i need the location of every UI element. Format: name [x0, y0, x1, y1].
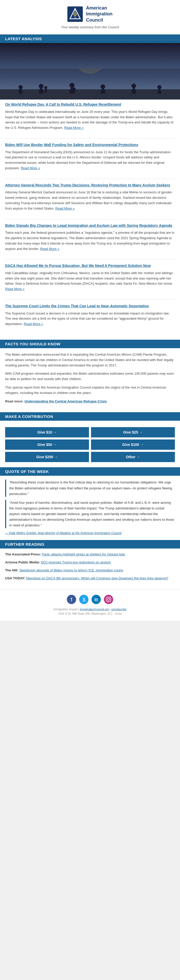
contribution-buttons-grid: Give $10 → Give $25 → Give $50 → Give $1…: [5, 427, 175, 462]
svg-rect-25: [101, 90, 102, 94]
article-item: Attorney General Rescinds Two Trump Deci…: [5, 183, 175, 214]
facts-header: FACTS YOU SHOULD KNOW: [0, 340, 180, 348]
svg-point-16: [44, 86, 47, 89]
facts-paragraph-2: With CAM program reinstated and expanded…: [5, 371, 175, 382]
further-item: USA TODAY: Mayorkas on DACA 9th annivers…: [5, 576, 175, 580]
footer-council-link[interactable]: ImmigrationCouncil.org: [80, 608, 109, 611]
give-250-button[interactable]: Give $250 →: [5, 452, 89, 462]
header-tagline: Your weekly summary from the Council: [61, 25, 119, 29]
give-10-button[interactable]: Give $10 →: [5, 427, 89, 438]
read-more-link[interactable]: Read More »: [55, 207, 75, 210]
svg-rect-15: [42, 90, 43, 94]
footer-text: Immigration Impact | ImmigrationCouncil.…: [5, 607, 175, 616]
give-other-button[interactable]: Other →: [91, 452, 175, 462]
articles-section: On World Refugee Day, A Call to Rebuild …: [0, 100, 180, 340]
article-title[interactable]: Biden Will Use Border Wall Funding for S…: [5, 142, 175, 148]
article-item: Biden Signals Big Changes to Legal Immig…: [5, 223, 175, 255]
read-more-link[interactable]: Read More »: [64, 126, 84, 130]
further-link[interactable]: Panic attacks highlight stress at shelte…: [42, 552, 125, 556]
further-link[interactable]: DOJ reverses Trump-era restrictions on a…: [41, 560, 111, 564]
quote-section: "Rescinding these cruel decisions is the…: [0, 476, 180, 540]
svg-rect-7: [0, 89, 180, 100]
article-body: Twice each year, the federal government …: [5, 230, 175, 251]
further-item: The Hill: Skepticism abounds of Biden mo…: [5, 568, 175, 572]
svg-rect-11: [21, 90, 22, 94]
svg-point-23: [100, 84, 105, 89]
svg-rect-10: [19, 90, 20, 94]
article-title[interactable]: Attorney General Rescinds Two Trump Deci…: [5, 183, 175, 188]
latest-analysis-header: LATEST ANALYSIS: [0, 35, 180, 43]
logo-text: American Immigration Council: [86, 5, 112, 23]
svg-point-12: [39, 84, 43, 89]
further-item: The Associated Press: Panic attacks high…: [5, 552, 175, 556]
svg-point-27: [131, 84, 136, 88]
further-item: Arizona Public Media: DOJ reverses Trump…: [5, 560, 175, 564]
svg-point-31: [158, 85, 161, 89]
article-title[interactable]: The Supreme Court Limits the Crimes That…: [5, 304, 175, 309]
svg-rect-22: [73, 88, 76, 91]
svg-rect-14: [39, 90, 41, 94]
article-title[interactable]: Biden Signals Big Changes to Legal Immig…: [5, 223, 175, 228]
instagram-icon[interactable]: [104, 595, 113, 604]
article-title[interactable]: On World Refugee Day, A Call to Rebuild …: [5, 102, 175, 107]
facts-paragraph-3: This special report from the American Im…: [5, 385, 175, 396]
further-reading-section: The Associated Press: Panic attacks high…: [0, 549, 180, 589]
svg-rect-26: [104, 90, 105, 94]
svg-point-18: [69, 83, 75, 88]
read-more-link[interactable]: Read More »: [24, 322, 43, 326]
read-more-link[interactable]: Read More »: [5, 287, 24, 291]
facts-body: The Biden administration announced that …: [5, 352, 175, 404]
article-item: On World Refugee Day, A Call to Rebuild …: [5, 102, 175, 133]
facts-section: The Biden administration announced that …: [0, 348, 180, 412]
article-title[interactable]: DACA Has Allowed Me to Pursue Education,…: [5, 263, 175, 269]
read-more-link[interactable]: Read More »: [40, 247, 59, 251]
quote-header: QUOTE OF THE WEEK: [0, 467, 180, 476]
article-body: World Refugee Day is celebrated internat…: [5, 109, 175, 130]
facebook-icon[interactable]: f: [67, 595, 76, 604]
hero-image: [0, 43, 180, 100]
twitter-icon[interactable]: 𝕏: [79, 595, 88, 604]
social-icons: f 𝕏 in: [5, 595, 175, 604]
svg-rect-34: [160, 91, 161, 94]
read-more-link[interactable]: Read More »: [21, 166, 40, 170]
article-body: The Supreme Court issued a decision in a…: [5, 311, 175, 327]
article-item: Biden Will Use Border Wall Funding for S…: [5, 142, 175, 173]
give-25-button[interactable]: Give $25 →: [91, 427, 175, 438]
svg-rect-20: [70, 89, 72, 94]
linkedin-icon[interactable]: in: [92, 595, 101, 604]
contribution-section: Give $10 → Give $25 → Give $50 → Give $1…: [0, 421, 180, 467]
article-body: The Department of Homeland Security (DHS…: [5, 150, 175, 171]
further-link[interactable]: Skepticism abounds of Biden moves to ref…: [19, 568, 123, 572]
footer-unsubscribe-link[interactable]: unsubscribe: [112, 608, 126, 611]
facts-paragraph-1: The Biden administration announced that …: [5, 352, 175, 368]
social-footer: f 𝕏 in Immigration Impact | ImmigrationC…: [0, 589, 180, 621]
quote-text-2: "Amid four years of harmful, discriminat…: [5, 500, 175, 528]
article-body: Hali Calzadillas-Adujo, originally from …: [5, 270, 175, 292]
logo-area: AIC American Immigration Council: [67, 5, 112, 23]
svg-rect-33: [158, 91, 159, 94]
svg-rect-17: [45, 89, 47, 93]
svg-rect-29: [132, 90, 133, 94]
article-item: DACA Has Allowed Me to Pursue Education,…: [5, 263, 175, 294]
further-source: The Associated Press:: [5, 552, 41, 556]
svg-point-8: [19, 85, 22, 89]
hero-silhouette: [0, 68, 180, 100]
give-100-button[interactable]: Give $100 →: [91, 439, 175, 450]
give-50-button[interactable]: Give $50 →: [5, 439, 89, 450]
footer-line-2: 1331 G St. NW Suite 200, Washington, D.C…: [5, 611, 175, 616]
email-wrapper: AIC American Immigration Council Your we…: [0, 0, 180, 621]
contribution-header: MAKE A CONTRIBUTION: [0, 412, 180, 421]
email-header: AIC American Immigration Council Your we…: [0, 0, 180, 35]
article-body: Attorney General Merrick Garland announc…: [5, 190, 175, 211]
logo-icon: AIC: [67, 6, 83, 22]
further-source: USA TODAY:: [5, 576, 25, 580]
facts-link[interactable]: Understanding the Central American Refug…: [24, 399, 107, 403]
quote-text-1: "Rescinding these cruel decisions is the…: [5, 480, 175, 496]
further-link[interactable]: Mayorkas on DACA 9th anniversary: When w…: [26, 576, 169, 580]
article-item: The Supreme Court Limits the Crimes That…: [5, 304, 175, 329]
svg-rect-30: [134, 90, 136, 94]
quote-attribution: — Kate Melloy Goettel, legal director of…: [5, 531, 175, 535]
footer-line-1: Immigration Impact | ImmigrationCouncil.…: [5, 607, 175, 611]
further-source: Arizona Public Media:: [5, 560, 40, 564]
svg-text:AIC: AIC: [73, 14, 76, 16]
